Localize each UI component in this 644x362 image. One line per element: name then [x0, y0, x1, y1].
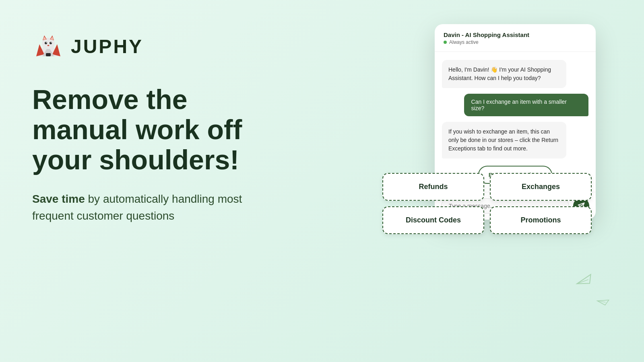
quick-reply-promotions[interactable]: Promotions — [490, 206, 592, 234]
svg-point-14 — [47, 45, 50, 46]
svg-point-11 — [50, 42, 52, 44]
paper-planes-decoration — [572, 272, 620, 320]
message-bot-greeting: Hello, I'm Davin! 👋 I'm your AI Shopping… — [442, 60, 566, 88]
svg-point-10 — [45, 42, 47, 44]
svg-rect-4 — [46, 53, 51, 56]
subtext-bold: Save time — [32, 193, 85, 205]
chat-widget: Davin - AI Shopping Assistant Always act… — [435, 24, 596, 220]
chat-header-name: Davin - AI Shopping Assistant — [444, 31, 587, 38]
logo-fox-icon — [32, 32, 64, 60]
chat-header: Davin - AI Shopping Assistant Always act… — [435, 24, 596, 52]
quick-reply-discount-codes[interactable]: Discount Codes — [382, 206, 484, 234]
headline: Remove the manual work off your shoulder… — [32, 84, 282, 175]
left-section: JUPHY Remove the manual work off your sh… — [32, 32, 282, 224]
message-user-exchange: Can I exchange an item with a smaller si… — [464, 94, 588, 116]
logo-container: JUPHY — [32, 32, 282, 60]
svg-point-13 — [51, 42, 52, 43]
subtext: Save time by automatically handling most… — [32, 191, 282, 224]
svg-point-12 — [46, 42, 47, 43]
quick-replies-container: Refunds Exchanges Discount Codes Promoti… — [382, 173, 592, 234]
chat-header-status: Always active — [444, 39, 587, 45]
brand-name: JUPHY — [71, 35, 143, 58]
chat-body: Hello, I'm Davin! 👋 I'm your AI Shopping… — [435, 52, 596, 192]
status-text: Always active — [449, 39, 479, 45]
status-dot-icon — [444, 41, 447, 44]
quick-reply-exchanges[interactable]: Exchanges — [490, 173, 592, 201]
decorative-planes — [572, 272, 620, 322]
message-bot-exchange-reply: If you wish to exchange an item, this ca… — [442, 122, 566, 158]
quick-reply-refunds[interactable]: Refunds — [382, 173, 484, 201]
